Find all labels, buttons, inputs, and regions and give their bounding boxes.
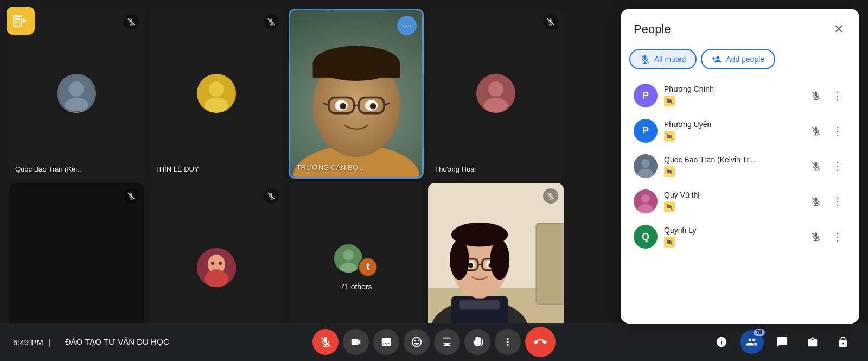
svg-point-26 bbox=[369, 103, 376, 110]
video-tile-3[interactable]: ⋯ TRƯƠNG CÁN BỘ ... bbox=[289, 9, 424, 179]
video-area: Quoc Bao Tran (Kel... THÌN LÊ DUY bbox=[0, 0, 572, 361]
svg-point-41 bbox=[343, 250, 354, 261]
others-stack: t 71 others bbox=[334, 244, 378, 291]
tile-5-mute-icon bbox=[124, 188, 139, 204]
svg-point-61 bbox=[490, 239, 510, 280]
captions-button[interactable] bbox=[373, 329, 399, 355]
tile-4-mute-icon bbox=[543, 14, 558, 29]
mute-button[interactable] bbox=[312, 329, 339, 355]
cam-off-icon-quynh-ly bbox=[664, 237, 675, 248]
meeting-time: 6:49 PM bbox=[13, 338, 43, 347]
svg-point-6 bbox=[65, 98, 88, 113]
person-avatar-quynh-ly: Q bbox=[634, 225, 658, 249]
center-controls bbox=[312, 327, 556, 357]
cam-off-icon-quy-vu bbox=[664, 201, 675, 212]
tile-2-name: THÌN LÊ DUY bbox=[155, 165, 199, 173]
cam-off-icon-phuong-uyen bbox=[664, 131, 675, 142]
others-count-label: 71 others bbox=[340, 282, 372, 291]
people-button[interactable]: 78 bbox=[740, 330, 764, 354]
svg-rect-46 bbox=[537, 223, 564, 304]
person-row-quoc-bao: Quoc Bao Tran (Kelvin Tr... ⋮ bbox=[629, 149, 851, 184]
person-name-quynh-ly: Quynh Ly bbox=[664, 226, 807, 235]
camera-button[interactable] bbox=[343, 329, 369, 355]
person-row-quy-vu: Quý Vũ thị ⋮ bbox=[629, 184, 851, 219]
person-row-phuong-chinh: P Phương Chình ⋮ bbox=[629, 78, 851, 113]
svg-point-25 bbox=[340, 103, 346, 110]
separator: | bbox=[49, 338, 51, 347]
svg-point-57 bbox=[469, 263, 474, 268]
video-tile-4[interactable]: Thương Hoài bbox=[428, 9, 564, 179]
person-mute-quoc-bao[interactable] bbox=[807, 157, 825, 175]
chat-button[interactable] bbox=[770, 330, 794, 354]
bottom-bar: 6:49 PM | ĐÀO TẠO TƯ VẤN DU HỌC bbox=[0, 323, 868, 361]
svg-point-5 bbox=[69, 81, 84, 97]
add-people-label: Add people bbox=[726, 55, 764, 64]
tile-2-mute-icon bbox=[264, 14, 279, 29]
people-count-badge: 78 bbox=[754, 329, 765, 336]
person-avatar-phuong-uyen: P bbox=[634, 119, 658, 143]
emoji-button[interactable] bbox=[404, 329, 430, 355]
person-more-quynh-ly[interactable]: ⋮ bbox=[829, 228, 846, 245]
person-name-quy-vu: Quý Vũ thị bbox=[664, 191, 807, 199]
people-list: P Phương Chình ⋮ P Phương Uyên bbox=[621, 78, 859, 324]
safety-button[interactable] bbox=[831, 330, 855, 354]
meeting-title: ĐÀO TẠO TƯ VẤN DU HỌC bbox=[65, 337, 169, 347]
svg-point-36 bbox=[205, 270, 228, 287]
cam-off-icon-phuong-chinh bbox=[664, 96, 675, 106]
svg-point-10 bbox=[209, 81, 224, 97]
person-avatar-quy-vu bbox=[634, 189, 658, 213]
end-call-button[interactable] bbox=[525, 327, 556, 357]
add-people-button[interactable]: Add people bbox=[701, 49, 775, 69]
svg-rect-49 bbox=[459, 300, 500, 309]
tile-1-name: Quoc Bao Tran (Kel... bbox=[15, 165, 83, 173]
tile-8-mute-icon bbox=[543, 188, 558, 204]
svg-point-11 bbox=[205, 98, 228, 113]
person-name-phuong-uyen: Phương Uyên bbox=[664, 120, 807, 129]
person-more-phuong-chinh[interactable]: ⋮ bbox=[829, 87, 846, 104]
person-mute-phuong-chinh[interactable] bbox=[807, 87, 825, 104]
tile-6-mute-icon bbox=[264, 188, 279, 204]
person-mute-quynh-ly[interactable] bbox=[807, 228, 825, 245]
svg-point-70 bbox=[641, 159, 650, 168]
svg-point-75 bbox=[641, 194, 650, 203]
svg-rect-1 bbox=[15, 16, 20, 17]
more-options-button[interactable] bbox=[495, 329, 521, 355]
svg-point-60 bbox=[450, 239, 469, 280]
person-row-phuong-uyen: P Phương Uyên ⋮ bbox=[629, 113, 851, 149]
right-controls: 78 bbox=[710, 330, 855, 354]
close-people-panel-button[interactable]: ✕ bbox=[829, 20, 848, 39]
meet-app-icon bbox=[7, 7, 35, 35]
all-muted-button[interactable]: All muted bbox=[629, 49, 697, 69]
cam-off-icon-quoc-bao bbox=[664, 166, 675, 177]
person-mute-phuong-uyen[interactable] bbox=[807, 122, 825, 140]
people-panel-actions: All muted Add people bbox=[621, 45, 859, 78]
people-panel-header: People ✕ bbox=[621, 9, 859, 45]
people-panel: People ✕ All muted Add people P Phương C… bbox=[621, 9, 859, 324]
person-row-quynh-ly: Q Quynh Ly ⋮ bbox=[629, 219, 851, 255]
person-more-quoc-bao[interactable]: ⋮ bbox=[829, 157, 846, 175]
svg-rect-28 bbox=[312, 64, 400, 78]
svg-point-30 bbox=[488, 81, 503, 97]
present-button[interactable] bbox=[434, 329, 460, 355]
svg-point-37 bbox=[211, 262, 214, 265]
video-tile-2[interactable]: THÌN LÊ DUY bbox=[149, 9, 284, 179]
svg-rect-3 bbox=[15, 21, 18, 22]
svg-rect-2 bbox=[15, 18, 20, 20]
activities-button[interactable] bbox=[801, 330, 825, 354]
all-muted-label: All muted bbox=[654, 55, 686, 64]
info-button[interactable] bbox=[710, 330, 733, 354]
tile-3-name: TRƯƠNG CÁN BỘ ... bbox=[297, 163, 366, 172]
person-name-quoc-bao: Quoc Bao Tran (Kelvin Tr... bbox=[664, 155, 807, 164]
person-avatar-quoc-bao bbox=[634, 154, 658, 178]
svg-point-31 bbox=[484, 98, 508, 113]
person-avatar-phuong-chinh: P bbox=[634, 84, 658, 107]
tile-3-more-button[interactable]: ⋯ bbox=[397, 16, 417, 35]
people-panel-title: People bbox=[634, 22, 671, 36]
video-grid: Quoc Bao Tran (Kel... THÌN LÊ DUY bbox=[9, 9, 564, 352]
svg-point-38 bbox=[219, 262, 222, 265]
raise-hand-button[interactable] bbox=[464, 329, 490, 355]
person-mute-quy-vu[interactable] bbox=[807, 193, 825, 210]
person-name-phuong-chinh: Phương Chình bbox=[664, 85, 807, 93]
person-more-quy-vu[interactable]: ⋮ bbox=[829, 193, 846, 210]
person-more-phuong-uyen[interactable]: ⋮ bbox=[829, 122, 846, 140]
